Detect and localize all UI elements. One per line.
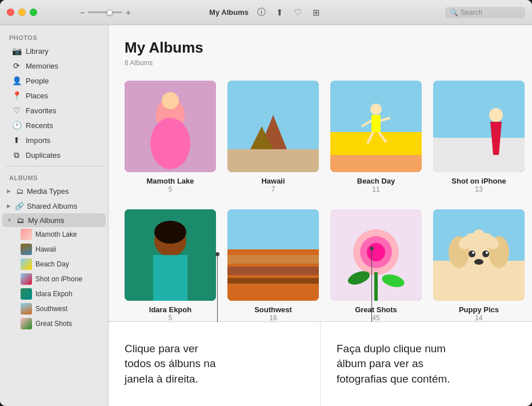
album-item-southwest[interactable]: Southwest 16 [227, 209, 319, 321]
sidebar-sub-hawaii[interactable]: Hawaii [2, 242, 106, 257]
puppy-pics-name: Puppy Pics [459, 305, 499, 314]
sidebar-item-people[interactable]: 👤 People [2, 73, 106, 88]
beach-day-cover [330, 81, 422, 172]
info-button[interactable]: ⓘ [255, 6, 268, 19]
album-item-puppy-pics[interactable]: Puppy Pics 14 [433, 209, 525, 321]
sidebar-sub-great-shots[interactable]: Great Shots [2, 316, 106, 331]
shot-on-iphone-name: Shot on iPhone [451, 177, 506, 185]
content-wrapper: My Albums 8 Albums [109, 25, 532, 406]
southwest-name: Southwest [254, 305, 292, 314]
duplicates-icon: ⧉ [11, 150, 22, 160]
sidebar-item-places[interactable]: 📍 Places [2, 88, 106, 103]
sidebar: Photos 📷 Library ⟳ Memories 👤 People 📍 P… [0, 25, 109, 406]
beach-day-name: Beach Day [357, 177, 395, 185]
great-shots-count: 45 [372, 314, 379, 321]
callout-line-right [371, 248, 372, 322]
svg-rect-26 [227, 209, 319, 249]
album-item-idara[interactable]: Idara Ekpoh 5 [125, 209, 216, 321]
zoom-controls: − + [80, 8, 130, 17]
hawaii-name: Hawaii [261, 177, 285, 185]
media-types-chevron: ▶ [7, 188, 11, 194]
svg-point-34 [367, 243, 385, 261]
sidebar-item-imports[interactable]: ⬆ Imports [2, 133, 106, 148]
mamoth-lake-sublabel: Mamoth Lake [35, 230, 77, 238]
places-label: Places [26, 91, 97, 100]
svg-point-52 [473, 229, 485, 241]
svg-rect-29 [227, 266, 319, 275]
idara-thumb [21, 288, 32, 300]
close-button[interactable] [7, 9, 14, 16]
titlebar-right: 🔍 Search [445, 7, 525, 18]
app-window: − + My Albums ⓘ ⬆ ♡ ⊞ 🔍 Search [0, 0, 532, 406]
svg-point-47 [474, 259, 483, 265]
album-item-mamoth-lake[interactable]: Mamoth Lake 5 [125, 81, 216, 193]
sidebar-divider-1 [6, 166, 102, 166]
shared-albums-label: Shared Albums [27, 202, 77, 210]
share-button[interactable]: ⬆ [274, 6, 286, 19]
minimize-button[interactable] [18, 9, 26, 16]
sidebar-item-duplicates[interactable]: ⧉ Duplicates [2, 148, 106, 162]
media-types-icon: 🗂 [14, 186, 25, 196]
sidebar-item-library[interactable]: 📷 Library [2, 43, 106, 58]
album-item-hawaii[interactable]: Hawaii 7 [227, 81, 319, 193]
titlebar: − + My Albums ⓘ ⬆ ♡ ⊞ 🔍 Search [0, 0, 532, 25]
sidebar-sub-shot-on-iphone[interactable]: Shot on iPhone [2, 272, 106, 286]
sidebar-group-media-types[interactable]: ▶ 🗂 Media Types [2, 184, 106, 198]
southwest-sublabel: Southwest [35, 305, 67, 313]
sidebar-sub-mamoth-lake[interactable]: Mamoth Lake [2, 227, 106, 242]
great-shots-sublabel: Great Shots [35, 320, 72, 328]
shot-on-iphone-count: 13 [475, 185, 482, 193]
search-placeholder: Search [461, 9, 482, 17]
hawaii-count: 7 [271, 185, 275, 193]
mamoth-lake-name: Mamoth Lake [146, 177, 194, 185]
album-item-great-shots[interactable]: Great Shots 45 [330, 209, 422, 321]
heart-button[interactable]: ♡ [292, 6, 305, 19]
idara-sublabel: Idara Ekpoh [35, 290, 73, 298]
my-albums-chevron: ▼ [7, 217, 12, 223]
sidebar-sub-beach-day[interactable]: Beach Day [2, 257, 106, 272]
window-title: My Albums [209, 8, 249, 17]
maximize-button[interactable] [30, 9, 37, 16]
svg-rect-7 [227, 149, 319, 172]
albums-grid: Mamoth Lake 5 [125, 81, 516, 321]
photos-section-label: Photos [0, 30, 108, 43]
annotation-left: Clique para vertodos os álbuns najanela … [109, 322, 321, 406]
beach-day-thumb [21, 258, 32, 270]
annotation-right: Faça duplo clique numálbum para ver asfo… [321, 322, 532, 406]
svg-point-46 [486, 252, 488, 254]
imports-label: Imports [26, 136, 97, 145]
callout-dot-right [370, 246, 374, 250]
svg-point-2 [150, 118, 190, 169]
shot-on-iphone-thumb [21, 273, 32, 285]
grid-button[interactable]: ⊞ [310, 6, 323, 19]
sidebar-item-favorites[interactable]: ♡ Favorites [2, 103, 106, 118]
svg-point-44 [482, 250, 489, 257]
zoom-plus-button[interactable]: + [126, 8, 130, 17]
callout-line-left [217, 253, 218, 322]
sidebar-item-recents[interactable]: 🕐 Recents [2, 118, 106, 133]
favorites-icon: ♡ [11, 105, 22, 116]
svg-rect-18 [433, 138, 525, 172]
traffic-lights [7, 9, 37, 16]
library-label: Library [26, 47, 97, 55]
zoom-slider[interactable] [88, 11, 122, 13]
album-item-beach-day[interactable]: Beach Day 11 [330, 81, 422, 193]
recents-icon: 🕐 [11, 120, 22, 130]
recents-label: Recents [26, 121, 97, 130]
sidebar-item-memories[interactable]: ⟳ Memories [2, 58, 106, 73]
people-label: People [26, 77, 97, 85]
sidebar-sub-southwest[interactable]: Southwest [2, 301, 106, 316]
sidebar-group-shared-albums[interactable]: ▶ 🔗 Shared Albums [2, 198, 106, 213]
album-item-shot-on-iphone[interactable]: Shot on iPhone 13 [433, 81, 525, 193]
imports-icon: ⬆ [11, 135, 22, 145]
zoom-minus-button[interactable]: − [80, 8, 85, 17]
beach-day-count: 11 [372, 185, 379, 193]
puppy-pics-count: 14 [475, 314, 482, 321]
media-types-label: Media Types [27, 187, 69, 196]
hawaii-sublabel: Hawaii [35, 245, 56, 253]
sidebar-sub-idara[interactable]: Idara Ekpoh [2, 286, 106, 301]
search-box[interactable]: 🔍 Search [445, 7, 525, 18]
sidebar-group-my-albums[interactable]: ▼ 🗂 My Albums [2, 213, 106, 227]
great-shots-cover [330, 209, 422, 301]
svg-point-3 [162, 92, 179, 109]
